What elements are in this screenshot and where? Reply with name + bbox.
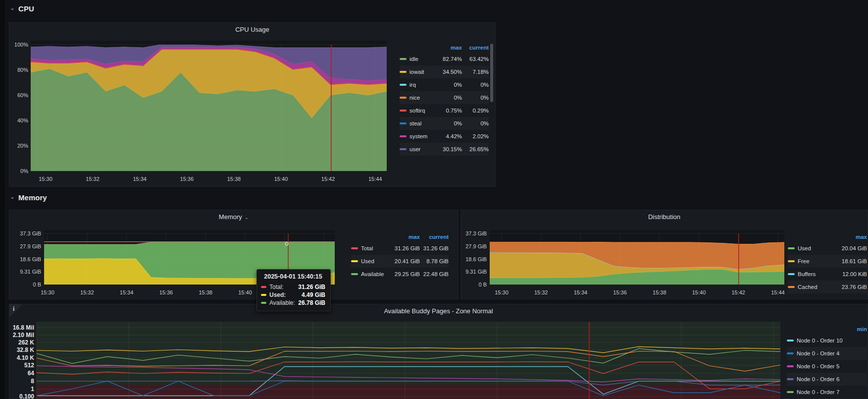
series-swatch-icon (787, 391, 794, 393)
series-max-value: 0.75% (434, 108, 462, 114)
y-axis-tick: 0 B (478, 282, 487, 287)
legend-col-current[interactable]: current (420, 234, 449, 240)
tooltip-series-label: Available: (269, 299, 295, 306)
y-axis-tick: 60% (17, 92, 28, 98)
x-axis-tick: 15:32 (80, 289, 94, 295)
y-axis-tick: 18.6 GiB (20, 256, 41, 262)
series-current-value: 0% (462, 95, 489, 101)
x-axis-tick: 15:32 (534, 289, 548, 295)
series-max-value: 82.74% (434, 56, 462, 62)
distribution-legend-row-Cached[interactable]: Cached23.76 GiB (788, 281, 867, 293)
memory-legend-header: maxcurrent (351, 232, 449, 242)
legend-col-current[interactable]: current (462, 45, 489, 51)
x-axis-tick: 15:36 (613, 289, 627, 295)
y-axis-tick: 4.10 K (17, 354, 35, 361)
series-name: iowait (409, 69, 434, 75)
series-swatch-icon (351, 273, 358, 275)
series-swatch-icon (400, 97, 407, 99)
legend-col-max[interactable]: max (389, 234, 420, 240)
series-swatch-icon (788, 260, 795, 262)
series-max-value: 29.25 GiB (389, 271, 420, 277)
cpu-legend-row-user[interactable]: user30.15%26.65% (400, 143, 489, 156)
y-axis-tick: 32.8 K (17, 346, 35, 353)
y-axis-tick: 18.6 GiB (465, 256, 487, 262)
legend-col-max[interactable]: max (832, 234, 867, 240)
cpu-legend-row-nice[interactable]: nice0%0% (400, 91, 489, 104)
cpu-row-header[interactable]: ⌄ CPU (10, 4, 34, 13)
series-name: steal (409, 120, 434, 126)
y-axis-tick: 20% (17, 143, 28, 149)
buddy-pages-panel: i Available Buddy Pages - Zone Normal 16… (9, 304, 868, 399)
buddy-legend: minNode 0 - Order 10Node 0 - Order 4Node… (787, 324, 867, 399)
tooltip-series-label: Used: (269, 291, 286, 298)
y-axis-tick: 37.3 GiB (20, 230, 41, 236)
x-axis-tick: 15:36 (159, 289, 173, 295)
buddy-pages-chart[interactable]: 16.8 Mil2.10 Mil262 K32.8 K4.10 K5126481… (9, 304, 868, 399)
series-swatch-icon (400, 71, 407, 73)
series-swatch-icon (788, 273, 795, 275)
series-swatch-icon (788, 247, 795, 249)
cpu-legend-row-irq[interactable]: irq0%0% (400, 78, 489, 91)
buddy-legend-row-Node 0 - Order 4[interactable]: Node 0 - Order 4 (787, 347, 867, 360)
legend-col-max[interactable]: max (434, 45, 462, 51)
y-axis-tick: 37.3 GiB (465, 230, 487, 236)
cpu-legend-row-idle[interactable]: idle82.74%63.42% (400, 53, 489, 65)
y-axis-tick: 0% (20, 168, 28, 174)
series-swatch-icon (261, 286, 266, 288)
distribution-legend-row-Used[interactable]: Used20.04 GiB (788, 242, 867, 255)
series-swatch-icon (351, 260, 358, 262)
series-swatch-icon (787, 378, 794, 380)
series-name: Free (798, 258, 832, 264)
cpu-legend-row-softirq[interactable]: softirq0.75%0.29% (400, 104, 489, 117)
series-max-value: 18.61 GiB (832, 258, 867, 264)
y-axis-tick: 16.8 Mil (13, 324, 34, 331)
legend-col-min[interactable]: min (852, 326, 867, 332)
tooltip-series-value: 4.49 GiB (289, 291, 325, 298)
x-axis-tick: 15:32 (86, 176, 100, 182)
x-axis-tick: 15:44 (368, 176, 382, 182)
tooltip-series-value: 31.26 GiB (287, 284, 325, 290)
buddy-legend-row-Node 0 - Order 7[interactable]: Node 0 - Order 7 (787, 386, 867, 399)
cpu-legend-row-iowait[interactable]: iowait34.50%7.18% (400, 65, 489, 78)
distribution-legend-row-Free[interactable]: Free18.61 GiB (788, 255, 867, 268)
buddy-legend-row-Node 0 - Order 10[interactable]: Node 0 - Order 10 (787, 334, 867, 347)
series-name: softirq (409, 108, 434, 114)
series-name: Available (361, 271, 389, 277)
memory-row-collapse-icon[interactable]: ⌄ (10, 194, 15, 199)
cpu-legend-scrollbar[interactable] (490, 44, 493, 102)
cpu-legend: maxcurrentidle82.74%63.42%iowait34.50%7.… (400, 43, 489, 156)
distribution-legend-header: max (788, 232, 867, 242)
cpu-row-collapse-icon[interactable]: ⌄ (10, 5, 15, 10)
memory-panel: Memory⌄ 37.3 GiB27.9 GiB18.6 GiB9.31 GiB… (9, 210, 459, 299)
cpu-legend-row-system[interactable]: system4.42%2.02% (400, 130, 489, 143)
buddy-legend-row-Node 0 - Order 5[interactable]: Node 0 - Order 5 (787, 360, 867, 373)
tooltip-row-Total: Total:31.26 GiB (261, 283, 325, 291)
y-axis-tick: 9.31 GiB (20, 269, 41, 275)
cpu-legend-row-steal[interactable]: steal0%0% (400, 117, 489, 130)
series-swatch-icon (400, 84, 407, 86)
distribution-legend-row-Buffers[interactable]: Buffers12.00 KiB (788, 268, 867, 281)
x-axis-tick: 15:36 (180, 176, 194, 182)
memory-legend-row-Available[interactable]: Available29.25 GiB22.48 GiB (351, 268, 449, 281)
series-max-value: 20.41 GiB (389, 258, 420, 264)
series-name: Cached (798, 284, 832, 290)
distribution-panel: Distribution 37.3 GiB27.9 GiB18.6 GiB9.3… (460, 210, 868, 299)
x-axis-tick: 15:38 (227, 176, 241, 182)
memory-legend-row-Total[interactable]: Total31.26 GiB31.26 GiB (351, 242, 449, 255)
series-name: Node 0 - Order 10 (797, 338, 852, 343)
x-axis-tick: 15:44 (771, 289, 785, 295)
series-swatch-icon (400, 135, 407, 137)
series-max-value: 0% (434, 95, 462, 101)
buddy-legend-row-Node 0 - Order 6[interactable]: Node 0 - Order 6 (787, 373, 867, 386)
x-axis-tick: 15:40 (274, 176, 288, 182)
series-name: idle (409, 56, 434, 62)
series-name: system (409, 133, 434, 139)
tooltip-row-Used: Used:4.49 GiB (261, 291, 325, 299)
buddy-legend-header: min (787, 324, 867, 334)
memory-row-header[interactable]: ⌄ Memory (10, 193, 47, 202)
series-current-value: 63.42% (462, 56, 489, 62)
memory-legend-row-Used[interactable]: Used20.41 GiB8.78 GiB (351, 255, 449, 268)
cpu-usage-panel: CPU Usage 100%80%60%40%20%0%15:3015:3215… (9, 22, 496, 187)
series-max-value: 20.04 GiB (832, 245, 867, 251)
series-current-value: 0% (462, 120, 489, 126)
